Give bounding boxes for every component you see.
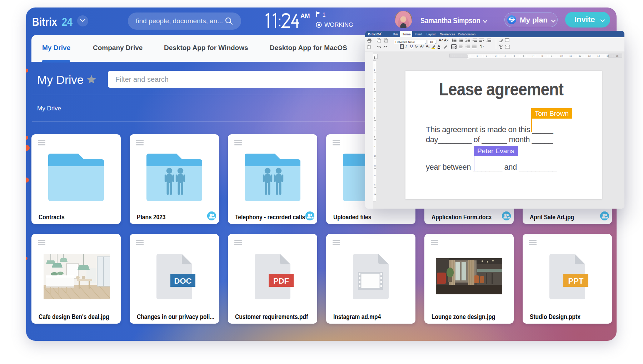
svg-text:DOC: DOC: [174, 276, 192, 285]
svg-text:PDF: PDF: [273, 276, 289, 285]
svg-text:PPT: PPT: [568, 276, 584, 285]
